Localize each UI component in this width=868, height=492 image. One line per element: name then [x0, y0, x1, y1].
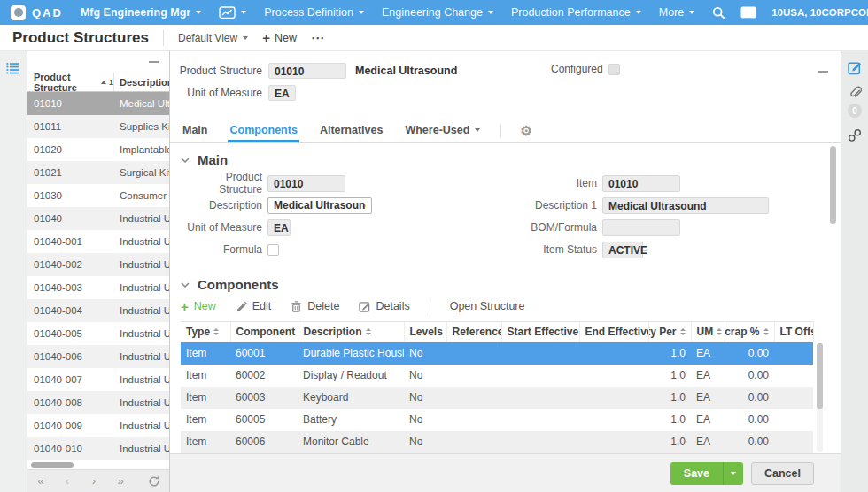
- component-edit-button[interactable]: Edit: [236, 300, 272, 312]
- browse-row[interactable]: 01021Surgical Kit: [27, 161, 169, 184]
- component-delete-button[interactable]: Delete: [291, 300, 339, 312]
- browse-row[interactable]: 01040-010Industrial Ult: [27, 437, 169, 460]
- browse-list-icon[interactable]: [6, 62, 20, 74]
- column-description[interactable]: Description: [298, 322, 404, 342]
- qad-logo[interactable]: QAD: [11, 5, 63, 20]
- component-details-button[interactable]: Details: [359, 300, 409, 312]
- cancel-button[interactable]: Cancel: [751, 462, 814, 485]
- browse-row[interactable]: 01040-003Industrial Ult: [27, 276, 169, 299]
- browse-row[interactable]: 01011Supplies Kit: [27, 115, 169, 138]
- browse-row[interactable]: 01040-008Industrial Ult: [27, 391, 169, 414]
- menu-more[interactable]: More: [659, 6, 694, 19]
- last-page-button[interactable]: »: [107, 474, 134, 488]
- previous-page-button[interactable]: ‹: [54, 474, 81, 488]
- browse-row[interactable]: 01020Implantable: [27, 138, 169, 161]
- new-record-button[interactable]: +New: [262, 31, 297, 44]
- browse-row[interactable]: 01040-002Industrial Ult: [27, 253, 169, 276]
- formula-checkbox[interactable]: [267, 244, 279, 256]
- attachments-icon[interactable]: [849, 86, 862, 100]
- uom-input[interactable]: EA: [267, 219, 291, 236]
- dashboard-menu[interactable]: [219, 6, 246, 19]
- collapse-browse-icon[interactable]: [149, 61, 159, 63]
- item-input[interactable]: 01010: [602, 175, 680, 192]
- tab-components[interactable]: Components: [228, 119, 298, 142]
- scrollbar-thumb[interactable]: [31, 462, 74, 468]
- column-um[interactable]: UM: [691, 322, 725, 342]
- more-actions-button[interactable]: ⋯: [311, 30, 325, 46]
- trash-icon: [291, 301, 302, 312]
- component-row[interactable]: Item60002Display / ReadoutNo1.0EA0.00: [181, 365, 813, 387]
- search-icon[interactable]: [712, 6, 725, 19]
- browse-row[interactable]: 01040-007Industrial Ult: [27, 368, 169, 391]
- browse-horizontal-scrollbar[interactable]: [27, 460, 169, 469]
- save-label[interactable]: Save: [670, 462, 723, 485]
- next-page-button[interactable]: ›: [81, 474, 107, 488]
- browse-row[interactable]: 01040-009Industrial Ult: [27, 414, 169, 437]
- browse-column-product-structure[interactable]: Product Structure 1: [27, 73, 114, 91]
- component-row[interactable]: Item60001Durable Plastic HousingNo1.0EA0…: [181, 342, 813, 365]
- company-domain-menu[interactable]: 10USA, 10CORPCONS: [771, 7, 868, 18]
- links-icon[interactable]: [848, 128, 862, 142]
- save-options-button[interactable]: [723, 462, 743, 485]
- components-table-scrollbar[interactable]: [817, 343, 823, 452]
- column-reference[interactable]: Reference: [446, 322, 501, 342]
- browse-row[interactable]: 01030Consumer U: [27, 184, 169, 207]
- left-icon-strip: [0, 51, 27, 492]
- edit-record-icon[interactable]: [848, 60, 863, 75]
- refresh-button[interactable]: [148, 475, 160, 488]
- description-input[interactable]: [267, 197, 372, 214]
- components-header-row: Type Component Description Levels Refere…: [181, 322, 813, 342]
- tab-main[interactable]: Main: [181, 119, 209, 142]
- column-lt-offset[interactable]: LT Offset: [774, 322, 813, 342]
- scrollbar-thumb[interactable]: [830, 146, 836, 224]
- chevron-down-icon: [241, 11, 246, 14]
- open-structure-button[interactable]: Open Structure: [450, 300, 525, 312]
- view-selector[interactable]: Default View: [178, 32, 248, 44]
- column-qty-per[interactable]: Qty Per: [648, 322, 691, 342]
- browse-row[interactable]: 01040-001Industrial Ult: [27, 230, 169, 253]
- component-row[interactable]: Item60005BatteryNo1.0EA0.00: [181, 409, 813, 431]
- menu-engineering-change[interactable]: Engineering Change: [382, 6, 493, 19]
- details-icon: [359, 301, 370, 312]
- column-end-effective[interactable]: End Effective: [579, 322, 648, 342]
- bom-formula-input[interactable]: [602, 219, 680, 236]
- component-row[interactable]: Item60003KeyboardNo1.0EA0.00: [181, 387, 813, 409]
- tab-settings-button[interactable]: ⚙: [520, 119, 531, 142]
- collapse-detail-icon[interactable]: [818, 60, 828, 76]
- browse-row[interactable]: 01040Industrial Ult: [27, 207, 169, 230]
- item-status-input[interactable]: ACTIVE: [602, 242, 643, 258]
- components-section-header[interactable]: Components: [181, 277, 819, 292]
- column-scrap[interactable]: Scrap %: [725, 322, 774, 342]
- save-button[interactable]: Save: [670, 462, 743, 485]
- scrollbar-thumb[interactable]: [817, 343, 823, 409]
- first-page-button[interactable]: «: [27, 474, 54, 488]
- browse-column-description[interactable]: Description: [114, 77, 169, 88]
- component-row[interactable]: Item60006Monitor CableNo1.0EA0.00: [181, 431, 813, 453]
- product-structure-input[interactable]: 01010: [267, 175, 345, 192]
- main-section-header[interactable]: Main: [181, 152, 819, 167]
- browse-row[interactable]: 01040-006Industrial Ult: [27, 345, 169, 368]
- column-type[interactable]: Type: [181, 322, 230, 342]
- chevron-down-icon: [731, 472, 736, 475]
- configured-checkbox[interactable]: [608, 64, 620, 75]
- product-structure-field[interactable]: 01010: [268, 63, 346, 79]
- tab-alternatives[interactable]: Alternatives: [318, 119, 385, 142]
- detail-vertical-scrollbar[interactable]: [830, 146, 836, 447]
- menu-production-performance[interactable]: Production Performance: [511, 6, 641, 19]
- app-menu[interactable]: Mfg Engineering Mgr: [81, 6, 201, 19]
- browse-row[interactable]: 01040-004Industrial Ult: [27, 299, 169, 322]
- browse-row[interactable]: 01040-005Industrial Ult: [27, 322, 169, 345]
- component-new-button[interactable]: +New: [181, 300, 216, 313]
- inbox-icon[interactable]: [740, 6, 756, 19]
- column-component[interactable]: Component: [230, 322, 298, 342]
- browse-row[interactable]: 01010Medical Ultra: [27, 92, 169, 115]
- field-label: Formula: [181, 243, 262, 256]
- tab-where-used[interactable]: Where-Used: [403, 119, 482, 142]
- detail-content: Main Product Structure01010 Description …: [170, 143, 841, 453]
- description1-input[interactable]: Medical Ultrasound: [602, 197, 769, 214]
- column-start-effective[interactable]: Start Effective: [501, 322, 579, 342]
- uom-field[interactable]: EA: [268, 85, 296, 101]
- column-levels[interactable]: Levels: [404, 322, 446, 342]
- menu-process-definition[interactable]: Process Definition: [264, 6, 364, 19]
- uom-label: Unit of Measure: [170, 87, 262, 99]
